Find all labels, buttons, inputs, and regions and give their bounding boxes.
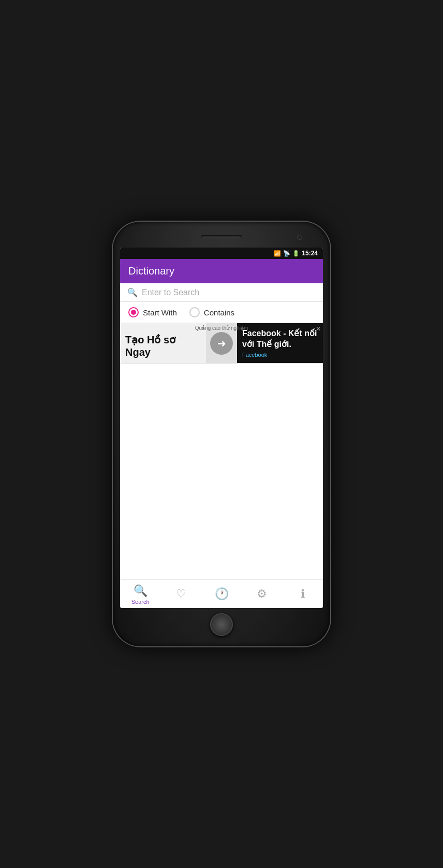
radio-circle-start-with [128, 307, 139, 317]
wifi-icon: 📶 [274, 250, 281, 257]
bottom-nav: 🔍 Search ♡ 🕐 ⚙ ℹ [120, 579, 323, 608]
phone-bottom-bar [120, 613, 323, 636]
ad-left-title: Tạo Hồ sơ Ngay [125, 334, 201, 358]
nav-info-icon: ℹ [301, 587, 305, 601]
phone-top-bar [120, 231, 323, 243]
app-title: Dictionary [128, 265, 174, 277]
signal-icon: 📡 [283, 250, 290, 257]
search-input[interactable] [142, 288, 316, 297]
nav-search-icon: 🔍 [134, 584, 147, 598]
app-bar: Dictionary [120, 259, 323, 283]
radio-contains[interactable]: Contains [189, 307, 234, 317]
nav-heart-icon: ♡ [176, 587, 186, 601]
radio-circle-contains [189, 307, 200, 317]
battery-icon: 🔋 [292, 250, 300, 257]
nav-search-label: Search [131, 599, 150, 605]
phone-screen: 📶 📡 🔋 15:24 Dictionary 🔍 Start With Cont… [120, 248, 323, 608]
search-icon: 🔍 [127, 287, 138, 297]
search-bar: 🔍 [120, 283, 323, 302]
nav-item-search[interactable]: 🔍 Search [120, 584, 160, 605]
ad-right-title: Facebook - Kết nối với Thế giới. [242, 328, 318, 350]
status-icons: 📶 📡 🔋 15:24 [274, 250, 318, 257]
status-time: 15:24 [302, 250, 318, 257]
nav-item-favorites[interactable]: ♡ [160, 587, 201, 602]
content-area [120, 364, 323, 579]
phone-speaker [201, 235, 242, 239]
radio-label-contains: Contains [204, 308, 234, 317]
nav-item-settings[interactable]: ⚙ [242, 587, 282, 602]
radio-label-start-with: Start With [143, 308, 177, 317]
ad-close-icon[interactable]: ✕ [316, 325, 321, 332]
ad-arrow-icon: ➜ [210, 332, 233, 355]
phone-device: 📶 📡 🔋 15:24 Dictionary 🔍 Start With Cont… [113, 222, 330, 646]
nav-history-icon: 🕐 [215, 587, 229, 601]
radio-row: Start With Contains [120, 302, 323, 323]
ad-label: Quảng cáo thử nghiệm [120, 325, 323, 331]
nav-item-history[interactable]: 🕐 [201, 587, 242, 602]
status-bar: 📶 📡 🔋 15:24 [120, 248, 323, 259]
nav-item-info[interactable]: ℹ [283, 587, 323, 602]
ad-banner[interactable]: Quảng cáo thử nghiệm Tạo Hồ sơ Ngay ➜ Fa… [120, 323, 323, 364]
ad-brand: Facebook [242, 352, 318, 358]
phone-camera [297, 235, 302, 240]
nav-settings-icon: ⚙ [257, 587, 267, 601]
radio-start-with[interactable]: Start With [128, 307, 177, 317]
home-button[interactable] [210, 613, 233, 636]
